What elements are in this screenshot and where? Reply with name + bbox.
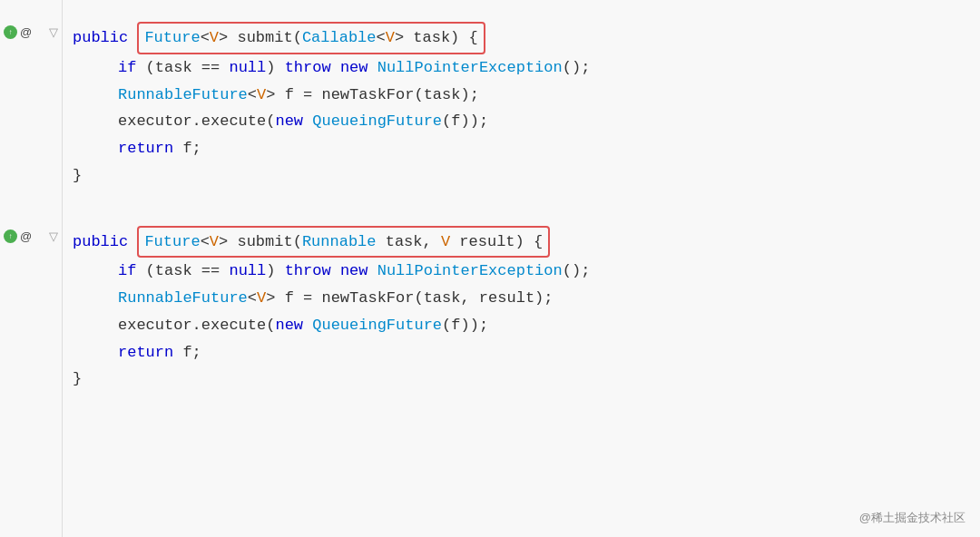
return-f-1: f; (173, 135, 201, 162)
angle-close-1: > (219, 24, 228, 52)
kw-if-1: if (118, 54, 136, 82)
rf-rest-2: > f = newTaskFor(task, result); (266, 285, 553, 312)
type-v-1: V (210, 24, 219, 52)
signature-box-2: Future<V> submit(Runnable task, V result… (137, 226, 550, 259)
separator (0, 208, 980, 222)
angle-2: < (201, 229, 210, 256)
body-line-3-2: executor.execute(new QueueingFuture(f)); (0, 312, 980, 339)
closing-brace-2: } (0, 366, 980, 393)
executor-2: executor.execute( (118, 312, 275, 339)
body-line-2-1: RunnableFuture<V> f = newTaskFor(task); (0, 82, 980, 109)
sp1 (331, 54, 340, 82)
body-line-4-2: return f; (0, 339, 980, 366)
task-2: task, (377, 229, 441, 256)
type-runnable-2: Runnable (302, 229, 377, 256)
return-f-2: f; (173, 339, 201, 366)
rf-angle-1: < (248, 82, 257, 109)
at-icon-2: @ (20, 229, 32, 243)
override-badge-2: ↑ (4, 229, 17, 243)
paren-1: (task == (136, 54, 229, 82)
gutter-icons-2: ↑ @ (4, 229, 32, 243)
close-paren-1: ) (266, 54, 284, 82)
method-signature-1: public Future<V> submit(Callable<V> task… (0, 22, 980, 54)
rf-rest-1: > f = newTaskFor(task); (266, 82, 479, 109)
kw-null-2: null (229, 258, 266, 285)
rf-angle-2: < (248, 285, 257, 312)
type-callable-1: Callable (302, 24, 377, 52)
gutter-icons-1: ↑ @ (4, 25, 32, 39)
kw-new-exec-2: new (275, 312, 303, 339)
angle-callable-1: < (377, 24, 386, 52)
signature-box-1: Future<V> submit(Callable<V> task) { (137, 22, 485, 54)
sp2 (368, 54, 377, 82)
type-v-2: V (210, 229, 219, 256)
body-line-1-2: if (task == null) throw new NullPointerE… (0, 258, 980, 285)
type-npe-1: NullPointerException (377, 54, 563, 82)
npe-call-1: (); (563, 54, 591, 82)
space-1 (128, 24, 137, 52)
sp4 (331, 258, 340, 285)
body-line-2-2: RunnableFuture<V> f = newTaskFor(task, r… (0, 285, 980, 312)
type-npe-2: NullPointerException (377, 258, 563, 285)
watermark: @稀土掘金技术社区 (859, 510, 965, 526)
body-line-1-1: if (task == null) throw new NullPointerE… (0, 54, 980, 82)
qf-rest-2: (f)); (442, 312, 488, 339)
type-qf-2: QueueingFuture (312, 312, 442, 339)
space-2 (128, 229, 137, 256)
method-submit-2: submit( (228, 229, 302, 256)
override-badge-1: ↑ (4, 25, 17, 39)
qf-rest-1: (f)); (442, 108, 488, 135)
sp3 (303, 108, 312, 135)
method-submit-1: submit( (228, 24, 302, 52)
body-line-3-1: executor.execute(new QueueingFuture(f)); (0, 108, 980, 135)
kw-throw-2: throw (285, 258, 331, 285)
angle-close-2: > (219, 229, 228, 256)
kw-new-2: new (340, 258, 368, 285)
type-v-rf-2: V (257, 285, 266, 312)
at-icon-1: @ (20, 25, 32, 39)
sp6 (303, 312, 312, 339)
collapse-arrow-1[interactable]: ▽ (49, 25, 58, 39)
method-block-1: ↑ @ ▽ public Future<V> submit(Callable<V… (0, 9, 980, 190)
type-future-2: Future (144, 229, 200, 256)
kw-null-1: null (229, 54, 266, 82)
collapse-arrow-2[interactable]: ▽ (49, 229, 58, 243)
keyword-public-2: public (73, 229, 128, 256)
brace-close-1: } (73, 162, 82, 190)
kw-new-exec-1: new (275, 108, 303, 135)
param-task-1: task) { (404, 24, 478, 52)
kw-if-2: if (118, 258, 136, 285)
kw-throw-1: throw (285, 54, 331, 82)
type-v-param-2: V (441, 229, 450, 256)
body-line-4-1: return f; (0, 135, 980, 162)
kw-return-1: return (118, 135, 173, 162)
type-future-1: Future (144, 24, 200, 52)
paren-2: (task == (136, 258, 229, 285)
close-paren-2: ) (266, 258, 284, 285)
type-v-rf-1: V (257, 82, 266, 109)
angle-callable-close-1: > (395, 24, 404, 52)
keyword-public-1: public (73, 24, 128, 52)
type-rf-2: RunnableFuture (118, 285, 248, 312)
kw-new-1: new (340, 54, 368, 82)
type-v-callable-1: V (386, 24, 395, 52)
npe-call-2: (); (563, 258, 591, 285)
closing-brace-1: } (0, 162, 980, 190)
method-block-2: ↑ @ ▽ public Future<V> submit(Runnable t… (0, 222, 980, 394)
kw-return-2: return (118, 339, 173, 366)
result-2: result) { (450, 229, 543, 256)
method-signature-2: public Future<V> submit(Runnable task, V… (0, 226, 980, 259)
type-qf-1: QueueingFuture (312, 108, 442, 135)
angle-1: < (201, 24, 210, 52)
type-rf-1: RunnableFuture (118, 82, 248, 109)
code-container: ↑ @ ▽ public Future<V> submit(Callable<V… (0, 0, 980, 537)
brace-close-2: } (73, 366, 82, 393)
executor-1: executor.execute( (118, 108, 275, 135)
sp5 (368, 258, 377, 285)
